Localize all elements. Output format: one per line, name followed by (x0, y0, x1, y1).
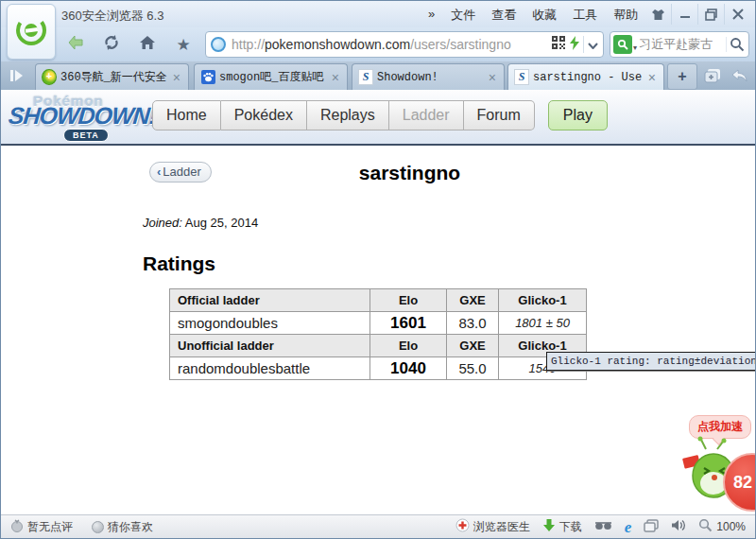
tab-close-icon[interactable]: × (171, 71, 182, 84)
tab-list-icon[interactable] (700, 65, 725, 86)
browser-menu-button[interactable] (7, 4, 56, 60)
format-name: smogondoubles (170, 312, 370, 335)
menu-overflow-chevron[interactable]: » (428, 7, 435, 24)
tab-showdown-icon: S (358, 70, 373, 85)
tab-showdown[interactable]: S Showdown! × (352, 63, 505, 90)
speedup-promo[interactable]: 点我加速 82 (674, 413, 755, 516)
status-bar: 暂无点评 猜你喜欢 浏览器医生 下载 e (1, 514, 755, 538)
ie-mode-icon[interactable]: e (625, 519, 632, 535)
speaker-icon[interactable] (671, 519, 686, 534)
speed-bolt-icon[interactable] (570, 36, 579, 54)
home-button[interactable] (131, 31, 163, 58)
reopen-closed-tab-icon[interactable] (727, 65, 751, 86)
guess-you-like-label: 猜你喜欢 (108, 519, 153, 535)
incognito-glasses-icon[interactable] (594, 520, 612, 533)
search-bar[interactable]: ▾ 习近平赴蒙古 (610, 31, 749, 58)
tab-close-icon[interactable]: × (487, 71, 498, 84)
windows-layers-icon[interactable] (644, 519, 659, 535)
browser-doctor-button[interactable]: 浏览器医生 (455, 518, 530, 535)
ps-nav-ladder[interactable]: Ladder (389, 100, 464, 130)
back-label: Ladder (163, 165, 200, 179)
elo-value: 1040 (370, 357, 447, 380)
menu-favorites[interactable]: 收藏 (532, 7, 557, 24)
ps-nav-home[interactable]: Home (152, 100, 221, 130)
badge-count: 82 (733, 473, 752, 493)
medic-cross-icon (455, 518, 470, 535)
header-elo: Elo (370, 335, 447, 357)
menu-tools[interactable]: 工具 (573, 7, 597, 24)
engine-dropdown-caret[interactable]: ▾ (633, 43, 637, 52)
favorite-button[interactable]: ★ (167, 31, 199, 58)
ps-site-header: Pokémon SHOWDOWN! BETA Home Pokédex Repl… (1, 90, 755, 146)
table-row: randomdoublesbattle 1040 55.0 1540 (170, 357, 587, 380)
url-dropdown-chevron-icon[interactable] (588, 36, 598, 53)
tab-sarstingno-users[interactable]: S sarstingno - Users × (507, 63, 664, 90)
menu-view[interactable]: 查看 (491, 7, 516, 24)
tab-label: 360导航_新一代安全… (60, 69, 167, 85)
refresh-icon (103, 34, 120, 55)
navigation-toolbar: ★ http://pokemonshowdown.com/users/sarst… (1, 27, 755, 61)
ps-nav-forum[interactable]: Forum (464, 100, 535, 130)
tab-close-icon[interactable]: × (646, 71, 658, 84)
no-reviews-label: 暂无点评 (27, 519, 73, 535)
restore-button[interactable] (697, 4, 724, 25)
ps-nav-pokedex[interactable]: Pokédex (221, 100, 307, 130)
ladder-back-button[interactable]: ‹Ladder (149, 162, 212, 183)
gxe-value: 55.0 (447, 357, 499, 380)
guess-you-like-button[interactable]: 猜你喜欢 (92, 519, 153, 535)
site-icon (211, 37, 226, 52)
tab-baidu-paw-icon (200, 70, 215, 85)
ratings-heading: Ratings (143, 252, 677, 275)
window-title: 360安全浏览器 6.3 (61, 8, 163, 25)
menu-file[interactable]: 文件 (451, 7, 475, 24)
browser-window: 360安全浏览器 6.3 » 文件 查看 收藏 工具 帮助 (0, 0, 756, 539)
new-tab-button[interactable]: + (667, 63, 697, 90)
close-button[interactable] (724, 4, 750, 25)
minimize-button[interactable] (671, 4, 697, 25)
ps-nav-replays[interactable]: Replays (307, 100, 389, 130)
favorites-bar-toggle-icon[interactable] (5, 64, 29, 87)
refresh-button[interactable] (95, 31, 128, 58)
skin-icon[interactable] (645, 4, 671, 25)
ps-logo[interactable]: Pokémon SHOWDOWN! BETA (9, 93, 150, 142)
zoom-level: 100% (716, 520, 746, 533)
tab-360-nav-icon: + (42, 70, 57, 85)
tab-showdown-icon: S (514, 70, 529, 85)
browser-logo-icon (14, 13, 48, 51)
search-go-button[interactable] (726, 37, 745, 52)
star-icon: ★ (176, 37, 190, 53)
header-glicko: Glicko-1 (499, 289, 587, 312)
address-bar[interactable]: http://pokemonshowdown.com/users/sarstin… (205, 31, 604, 58)
menu-bar: » 文件 查看 收藏 工具 帮助 (428, 7, 638, 24)
url-path: /users/sarstingno (410, 37, 511, 52)
ps-play-button[interactable]: Play (548, 100, 608, 130)
qr-code-icon[interactable] (552, 36, 565, 53)
table-header-row: Unofficial ladder Elo GXE Glicko-1 (170, 335, 587, 357)
menu-help[interactable]: 帮助 (613, 7, 638, 24)
search-engine-icon[interactable] (613, 35, 632, 54)
tab-bar: + 360导航_新一代安全… × smogon吧_百度贴吧 × S Showdo… (1, 61, 755, 90)
gxe-value: 83.0 (447, 312, 499, 335)
review-tomato-icon (10, 519, 24, 535)
page-title: sarstingno (143, 162, 677, 184)
search-input[interactable]: 习近平赴蒙古 (639, 36, 726, 53)
tab-smogon-tieba[interactable]: smogon吧_百度贴吧 × (194, 63, 348, 90)
glicko-tooltip: Glicko-1 rating: rating±deviation (546, 352, 756, 371)
title-bar: 360安全浏览器 6.3 » 文件 查看 收藏 工具 帮助 (1, 1, 755, 27)
back-button[interactable] (60, 31, 92, 58)
url-text[interactable]: http://pokemonshowdown.com/users/sarstin… (232, 37, 552, 52)
download-button[interactable]: 下载 (542, 518, 582, 535)
header-gxe: GXE (447, 335, 499, 357)
tab-label: smogon吧_百度贴吧 (219, 69, 326, 85)
page-content: ‹Ladder sarstingno Joined: Aug 25, 2014 … (1, 146, 755, 516)
zoom-control[interactable]: 100% (698, 518, 746, 535)
url-divider (583, 36, 584, 53)
zoom-magnifier-icon (698, 518, 713, 535)
joined-value: Aug 25, 2014 (185, 216, 258, 230)
tab-360-nav[interactable]: + 360导航_新一代安全… × (35, 63, 189, 90)
tab-close-icon[interactable]: × (330, 71, 341, 84)
glicko-value: 1801 ± 50 (499, 312, 587, 335)
site-reviews-button[interactable]: 暂无点评 (10, 519, 73, 535)
ps-logo-showdown-text: SHOWDOWN! (8, 102, 158, 130)
url-host: pokemonshowdown.com (265, 37, 410, 52)
